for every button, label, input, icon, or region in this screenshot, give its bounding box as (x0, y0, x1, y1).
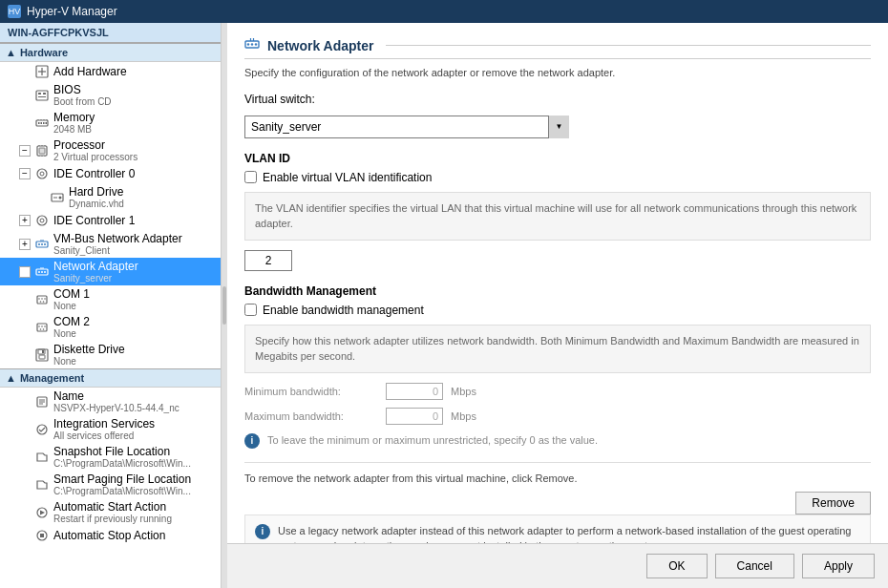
tree-item-com1[interactable]: COM 1 None (0, 285, 221, 313)
snapshot-label: Snapshot File Location (53, 445, 217, 458)
info-note: i Use a legacy network adapter instead o… (244, 514, 871, 544)
tree-item-diskette-drive[interactable]: Diskette Drive None (0, 341, 221, 368)
bandwidth-enable-checkbox[interactable] (244, 304, 257, 316)
tree-item-vm-bus-network-adapter[interactable]: + VM-Bus Network Adapter Sanity_Client (0, 230, 221, 258)
svg-rect-43 (37, 296, 47, 304)
bios-sub: Boot from CD (53, 96, 217, 107)
vlan-checkbox-label[interactable]: Enable virtual VLAN identification (263, 171, 432, 184)
svg-point-44 (38, 298, 40, 300)
max-bandwidth-label: Maximum bandwidth: (244, 410, 378, 422)
svg-point-39 (41, 271, 43, 273)
add-hardware-icon (34, 64, 50, 79)
bandwidth-info-text: Specify how this network adapter utilize… (255, 335, 859, 363)
svg-point-25 (40, 172, 44, 176)
svg-point-53 (40, 328, 42, 330)
name-label: Name (53, 389, 217, 403)
app-title: Hyper-V Manager (27, 5, 117, 18)
vlan-id-input[interactable] (244, 250, 292, 271)
netadapter-expand[interactable]: + (19, 266, 31, 278)
svg-point-69 (247, 43, 249, 45)
svg-point-71 (255, 43, 257, 45)
tree-item-smart-paging-file-location[interactable]: Smart Paging File Location C:\ProgramDat… (0, 471, 221, 498)
max-bandwidth-input[interactable] (386, 408, 443, 425)
ide1-label: IDE Controller 1 (53, 214, 217, 227)
management-section-header: ▲ Management (0, 368, 221, 388)
tree-item-network-adapter[interactable]: + Network Adapter Sanity_server (0, 258, 221, 285)
tree-item-automatic-start-action[interactable]: Automatic Start Action Restart if previo… (0, 498, 221, 526)
tree-item-ide-controller-1[interactable]: + IDE Controller 1 (0, 211, 221, 230)
hardware-section-header: ▲ Hardware (0, 43, 221, 62)
hard-drive-label: Hard Drive (69, 185, 217, 199)
svg-point-63 (37, 425, 47, 434)
app-icon: HV (8, 5, 21, 18)
ide0-expand[interactable]: − (19, 168, 31, 179)
tree-item-com2[interactable]: COM 2 None (0, 313, 221, 341)
remove-section: To remove the network adapter from this … (244, 462, 871, 484)
min-bandwidth-input[interactable] (386, 383, 443, 400)
tree-item-add-hardware[interactable]: Add Hardware (0, 62, 221, 81)
svg-point-38 (38, 271, 40, 273)
remove-button[interactable]: Remove (795, 492, 871, 514)
cancel-button[interactable]: Cancel (715, 554, 794, 578)
tree-item-ide-controller-0[interactable]: − IDE Controller 0 (0, 164, 221, 183)
vmbus-sub: Sanity_Client (53, 245, 217, 256)
divider-handle (222, 286, 226, 325)
svg-rect-67 (40, 534, 44, 537)
vmbus-expand[interactable]: + (19, 239, 31, 250)
com1-label: COM 1 (53, 287, 217, 301)
memory-icon (34, 116, 50, 131)
ide0-label: IDE Controller 0 (53, 167, 217, 180)
hardware-expand-icon[interactable]: ▲ (6, 47, 16, 58)
auto-start-label: Automatic Start Action (53, 500, 217, 514)
main-container: WIN-AGFFCPKVSJL ▲ Hardware Add Hardware (0, 23, 888, 588)
svg-point-32 (38, 243, 40, 245)
apply-button[interactable]: Apply (802, 554, 875, 578)
ide1-expand[interactable]: + (19, 215, 31, 226)
netadapter-label: Network Adapter (53, 260, 217, 273)
smart-paging-sub: C:\ProgramData\Microsoft\Win... (53, 486, 217, 496)
svg-rect-10 (43, 122, 45, 124)
svg-marker-65 (40, 510, 45, 514)
network-adapter-icon-right (244, 36, 260, 54)
svg-point-48 (43, 301, 45, 303)
tree-item-snapshot-file-location[interactable]: Snapshot File Location C:\ProgramData\Mi… (0, 443, 221, 471)
max-bandwidth-row: Maximum bandwidth: Mbps (244, 408, 871, 425)
bandwidth-checkbox-label[interactable]: Enable bandwidth management (263, 304, 424, 317)
processor-label: Processor (53, 138, 217, 152)
svg-rect-17 (39, 148, 45, 154)
memory-sub: 2048 MB (53, 124, 217, 135)
ok-button[interactable]: OK (646, 554, 707, 578)
vlan-enable-checkbox[interactable] (244, 171, 257, 183)
max-bandwidth-unit: Mbps (451, 410, 476, 422)
vmbus-icon (34, 237, 50, 252)
min-bandwidth-label: Minimum bandwidth: (244, 386, 378, 397)
svg-point-33 (41, 243, 43, 245)
tree-item-integration-services[interactable]: Integration Services All services offere… (0, 415, 221, 443)
tree-item-processor[interactable]: − Processor 2 Virtual processors (0, 136, 221, 164)
name-sub: NSVPX-HyperV-10.5-44.4_nc (53, 403, 217, 413)
right-content: Network Adapter Specify the configuratio… (227, 23, 888, 543)
svg-point-27 (59, 196, 62, 199)
tree-item-memory[interactable]: Memory 2048 MB (0, 109, 221, 136)
management-expand-icon[interactable]: ▲ (6, 372, 16, 384)
virtual-switch-dropdown-container: Sanity_server None ▼ (244, 116, 569, 138)
tree-item-bios[interactable]: BIOS Boot from CD (0, 81, 221, 109)
netadapter-icon (34, 264, 50, 280)
bandwidth-note-text: To leave the minimum or maximum unrestri… (267, 434, 598, 446)
auto-stop-icon (34, 528, 50, 543)
svg-point-40 (44, 271, 46, 273)
snapshot-icon (34, 450, 50, 465)
virtual-switch-select[interactable]: Sanity_server None (244, 116, 569, 138)
com2-icon (34, 320, 50, 335)
tree-item-name[interactable]: Name NSVPX-HyperV-10.5-44.4_nc (0, 388, 221, 415)
virtual-switch-label: Virtual switch: (244, 93, 359, 106)
tree-item-automatic-stop-action[interactable]: Automatic Stop Action (0, 526, 221, 545)
svg-point-46 (44, 298, 46, 300)
com1-sub: None (53, 301, 217, 311)
info-note-icon: i (255, 524, 270, 539)
svg-point-50 (38, 326, 40, 327)
name-icon (34, 394, 50, 410)
tree-item-hard-drive[interactable]: Hard Drive Dynamic.vhd (0, 183, 221, 211)
diskette-sub: None (53, 356, 217, 367)
processor-expand[interactable]: − (19, 145, 31, 157)
